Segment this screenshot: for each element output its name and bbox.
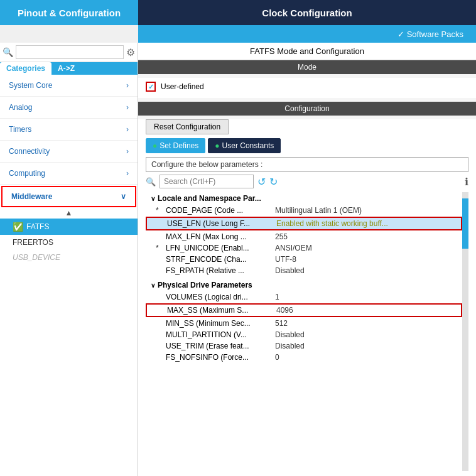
set-defines-icon: ● [153,141,157,150]
chevron-right-icon: › [126,103,129,112]
tab-user-constants[interactable]: ● User Constants [208,138,281,153]
group-physical: ∨ Physical Drive Parameters VOLUMES (Log… [146,279,462,363]
content-search-row: 🔍 ↺ ↻ ℹ [146,175,468,188]
tree-item-multi-partition[interactable]: MULTI_PARTITION (V... Disabled [146,329,462,340]
star-icon [156,293,163,301]
reset-configuration-button[interactable]: Reset Configuration [146,119,229,134]
param-name: MAX_LFN (Max Long ... [166,232,273,241]
middleware-section: Middleware ∨ ▲ ✅ FATFS FREERTOS USB_DEVI… [0,185,138,265]
user-defined-checkbox[interactable]: ✓ [146,82,156,92]
group-locale-header[interactable]: ∨ Locale and Namespace Par... [146,192,462,205]
tree-item-fs-nofsinfo[interactable]: FS_NOFSINFO (Force... 0 [146,352,462,363]
param-value: Multilingual Latin 1 (OEM) [275,206,362,215]
fatfs-label: FATFS [26,222,49,231]
param-value: 255 [275,232,288,241]
middleware-label: Middleware [11,192,52,201]
checkbox-check-icon: ✓ [148,83,154,91]
param-value: ANSI/OEM [275,244,312,252]
sidebar-item-system-core[interactable]: System Core › [0,75,138,97]
config-tabs: ● Set Defines ● User Constants [146,138,468,153]
user-constants-icon: ● [215,141,219,150]
tree-item-max-lfn[interactable]: MAX_LFN (Max Long ... 255 [146,231,462,242]
sidebar-item-connectivity[interactable]: Connectivity › [0,141,138,163]
chevron-right-icon: › [126,125,129,134]
scrollbar-track[interactable] [462,192,468,471]
user-defined-row: ✓ User-defined [146,82,468,92]
header-right: Clock Configuration [138,0,476,25]
content-area: FATFS Mode and Configuration Mode ✓ User… [138,43,476,476]
star-icon [156,342,163,350]
nav-prev-icon[interactable]: ↺ [257,176,266,188]
param-value: 1 [275,293,279,301]
sidebar-up-arrow: ▲ [0,207,138,219]
param-name: MIN_SS (Minimum Sec... [166,319,273,328]
sidebar-item-timers[interactable]: Timers › [0,119,138,141]
star-icon [156,319,163,328]
nav-next-icon[interactable]: ↻ [269,176,278,188]
usb-device-label: USB_DEVICE [13,253,60,262]
param-value: Disabled [275,330,305,339]
middleware-header[interactable]: Middleware ∨ [1,186,136,207]
tab-az[interactable]: A->Z [51,62,81,75]
tree-item-lfn-unicode[interactable]: * LFN_UNICODE (Enabl... ANSI/OEM [146,242,462,254]
tree-item-min-ss[interactable]: MIN_SS (Minimum Sec... 512 [146,318,462,329]
tree-item-volumes[interactable]: VOLUMES (Logical dri... 1 [146,291,462,303]
param-name: CODE_PAGE (Code ... [166,206,273,215]
tab-set-defines[interactable]: ● Set Defines [146,138,205,153]
tree-item-max-ss[interactable]: MAX_SS (Maximum S... 4096 [146,303,462,317]
info-icon[interactable]: ℹ [465,176,468,188]
star-icon [156,232,163,241]
group-physical-header[interactable]: ∨ Physical Drive Parameters [146,279,462,291]
param-name: USE_LFN (Use Long F... [167,219,274,228]
param-name: MAX_SS (Maximum S... [167,306,274,315]
star-icon [157,306,165,315]
param-name: LFN_UNICODE (Enabl... [166,244,273,252]
param-name: STRF_ENCODE (Cha... [166,255,273,264]
tab-categories[interactable]: Categories [0,62,51,75]
tree-item-fs-rpath[interactable]: FS_RPATH (Relative ... Disabled [146,265,462,276]
star-icon [157,219,165,228]
chevron-right-icon: › [126,147,129,156]
middleware-item-usb-device[interactable]: USB_DEVICE [0,250,138,265]
settings-icon[interactable]: ⚙ [126,46,135,58]
sidebar-item-computing[interactable]: Computing › [0,163,138,185]
group-physical-chevron: ∨ [151,282,155,289]
group-locale: ∨ Locale and Namespace Par... * CODE_PAG… [146,192,462,276]
param-name: FS_NOFSINFO (Force... [166,353,273,362]
tree-item-strf-encode[interactable]: STRF_ENCODE (Cha... UTF-8 [146,254,462,265]
param-value: Disabled [275,342,305,350]
tree-item-use-trim[interactable]: USE_TRIM (Erase feat... Disabled [146,340,462,352]
param-name: USE_TRIM (Erase feat... [166,342,273,350]
star-icon [156,266,163,275]
param-name: VOLUMES (Logical dri... [166,293,273,301]
chevron-right-icon: › [126,81,129,90]
chevron-down-icon: ∨ [121,192,126,201]
fatfs-title: FATFS Mode and Configuration [138,43,476,60]
scrollbar-thumb[interactable] [462,198,468,249]
header-left-title: Pinout & Configuration [18,8,121,18]
param-value: UTF-8 [275,255,296,264]
check-circle-icon: ✅ [13,222,23,232]
star-icon: * [156,244,163,252]
param-value: Enabled with static working buff... [276,219,388,228]
content-search-icon: 🔍 [146,177,156,187]
middleware-item-fatfs[interactable]: ✅ FATFS [0,219,138,235]
sidebar-search-row: 🔍 ⚙ [0,43,138,62]
sw-packs-bar[interactable]: ✓ Software Packs [138,25,476,43]
content-search-input[interactable] [160,175,254,188]
tree-item-code-page[interactable]: * CODE_PAGE (Code ... Multilingual Latin… [146,205,462,216]
param-name: MULTI_PARTITION (V... [166,330,273,339]
config-section: Reset Configuration ● Set Defines ● User… [138,119,476,476]
star-icon [156,353,163,362]
tree-item-use-lfn[interactable]: USE_LFN (Use Long F... Enabled with stat… [146,217,462,230]
main-layout: 🔍 ⚙ Categories A->Z System Core › Analog… [0,43,476,476]
star-icon: * [156,206,163,215]
sidebar-item-analog[interactable]: Analog › [0,97,138,119]
params-tree-container: ∨ Locale and Namespace Par... * CODE_PAG… [146,192,468,471]
category-tabs: Categories A->Z [0,62,138,75]
sidebar-search-input[interactable] [16,45,124,59]
chevron-right-icon: › [126,169,129,178]
middleware-item-freertos[interactable]: FREERTOS [0,235,138,250]
star-icon [156,330,163,339]
mode-section: ✓ User-defined [138,78,476,98]
